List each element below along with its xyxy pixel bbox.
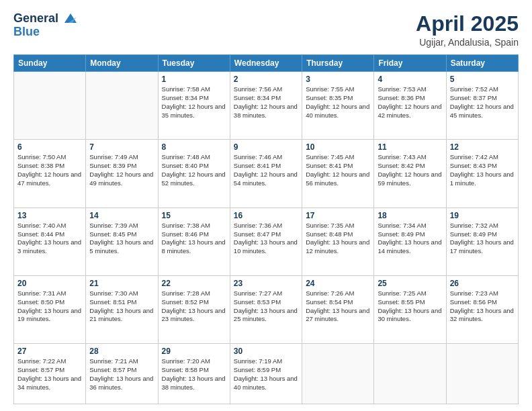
day-info: Sunrise: 7:53 AMSunset: 8:36 PMDaylight:… <box>378 85 442 120</box>
calendar: SundayMondayTuesdayWednesdayThursdayFrid… <box>13 54 519 404</box>
day-info: Sunrise: 7:42 AMSunset: 8:43 PMDaylight:… <box>450 153 515 187</box>
calendar-cell: 16Sunrise: 7:36 AMSunset: 8:47 PMDayligh… <box>230 208 302 275</box>
calendar-cell <box>14 72 86 140</box>
day-number: 28 <box>89 347 154 356</box>
calendar-cell: 3Sunrise: 7:55 AMSunset: 8:35 PMDaylight… <box>302 72 374 140</box>
day-number: 21 <box>89 279 154 288</box>
day-info: Sunrise: 7:43 AMSunset: 8:42 PMDaylight:… <box>378 153 442 187</box>
day-number: 23 <box>234 279 298 288</box>
week-row: 13Sunrise: 7:40 AMSunset: 8:44 PMDayligh… <box>14 208 519 275</box>
calendar-cell: 9Sunrise: 7:46 AMSunset: 8:41 PMDaylight… <box>230 140 302 208</box>
day-number: 5 <box>450 75 515 84</box>
day-number: 20 <box>17 279 82 288</box>
day-info: Sunrise: 7:19 AMSunset: 8:59 PMDaylight:… <box>234 357 298 392</box>
day-number: 30 <box>234 347 298 356</box>
day-number: 7 <box>89 142 154 152</box>
calendar-cell: 18Sunrise: 7:34 AMSunset: 8:49 PMDayligh… <box>374 208 446 275</box>
weekday-header: Saturday <box>446 55 518 72</box>
day-info: Sunrise: 7:50 AMSunset: 8:38 PMDaylight:… <box>17 153 82 187</box>
day-number: 22 <box>162 279 226 288</box>
day-number: 4 <box>378 75 442 84</box>
day-number: 19 <box>450 211 515 220</box>
day-info: Sunrise: 7:22 AMSunset: 8:57 PMDaylight:… <box>17 357 82 392</box>
day-number: 27 <box>17 347 82 356</box>
day-number: 12 <box>450 142 515 152</box>
day-info: Sunrise: 7:20 AMSunset: 8:58 PMDaylight:… <box>162 357 226 392</box>
main-title: April 2025 <box>416 12 519 36</box>
calendar-cell: 12Sunrise: 7:42 AMSunset: 8:43 PMDayligh… <box>446 140 518 208</box>
day-info: Sunrise: 7:40 AMSunset: 8:44 PMDaylight:… <box>17 222 82 256</box>
calendar-cell <box>446 344 518 404</box>
day-info: Sunrise: 7:35 AMSunset: 8:48 PMDaylight:… <box>306 222 370 256</box>
calendar-cell: 4Sunrise: 7:53 AMSunset: 8:36 PMDaylight… <box>374 72 446 140</box>
week-row: 27Sunrise: 7:22 AMSunset: 8:57 PMDayligh… <box>14 344 519 404</box>
calendar-cell <box>86 72 158 140</box>
calendar-cell: 5Sunrise: 7:52 AMSunset: 8:37 PMDaylight… <box>446 72 518 140</box>
logo: General Blue <box>13 12 78 39</box>
weekday-header: Monday <box>86 55 158 72</box>
calendar-cell: 10Sunrise: 7:45 AMSunset: 8:41 PMDayligh… <box>302 140 374 208</box>
day-number: 2 <box>234 75 298 84</box>
day-number: 24 <box>306 279 370 288</box>
day-info: Sunrise: 7:26 AMSunset: 8:54 PMDaylight:… <box>306 289 370 324</box>
day-info: Sunrise: 7:45 AMSunset: 8:41 PMDaylight:… <box>306 153 370 187</box>
day-number: 17 <box>306 211 370 220</box>
calendar-cell: 6Sunrise: 7:50 AMSunset: 8:38 PMDaylight… <box>14 140 86 208</box>
calendar-cell: 30Sunrise: 7:19 AMSunset: 8:59 PMDayligh… <box>230 344 302 404</box>
calendar-cell: 13Sunrise: 7:40 AMSunset: 8:44 PMDayligh… <box>14 208 86 275</box>
calendar-cell: 11Sunrise: 7:43 AMSunset: 8:42 PMDayligh… <box>374 140 446 208</box>
week-row: 20Sunrise: 7:31 AMSunset: 8:50 PMDayligh… <box>14 275 519 343</box>
day-info: Sunrise: 7:31 AMSunset: 8:50 PMDaylight:… <box>17 289 82 324</box>
week-row: 1Sunrise: 7:58 AMSunset: 8:34 PMDaylight… <box>14 72 519 140</box>
title-block: April 2025 Ugijar, Andalusia, Spain <box>416 12 519 48</box>
day-info: Sunrise: 7:49 AMSunset: 8:39 PMDaylight:… <box>89 153 154 187</box>
calendar-cell: 27Sunrise: 7:22 AMSunset: 8:57 PMDayligh… <box>14 344 86 404</box>
logo-blue: Blue <box>13 26 78 39</box>
calendar-cell: 24Sunrise: 7:26 AMSunset: 8:54 PMDayligh… <box>302 275 374 343</box>
day-number: 3 <box>306 75 370 84</box>
calendar-cell: 25Sunrise: 7:25 AMSunset: 8:55 PMDayligh… <box>374 275 446 343</box>
calendar-cell: 23Sunrise: 7:27 AMSunset: 8:53 PMDayligh… <box>230 275 302 343</box>
day-info: Sunrise: 7:48 AMSunset: 8:40 PMDaylight:… <box>162 153 226 187</box>
calendar-cell: 2Sunrise: 7:56 AMSunset: 8:34 PMDaylight… <box>230 72 302 140</box>
day-info: Sunrise: 7:58 AMSunset: 8:34 PMDaylight:… <box>162 85 226 120</box>
weekday-header-row: SundayMondayTuesdayWednesdayThursdayFrid… <box>14 55 519 72</box>
calendar-cell: 22Sunrise: 7:28 AMSunset: 8:52 PMDayligh… <box>158 275 230 343</box>
calendar-cell <box>302 344 374 404</box>
page: General Blue April 2025 Ugijar, Andalusi… <box>0 0 532 411</box>
calendar-cell: 17Sunrise: 7:35 AMSunset: 8:48 PMDayligh… <box>302 208 374 275</box>
day-info: Sunrise: 7:56 AMSunset: 8:34 PMDaylight:… <box>234 85 298 120</box>
subtitle: Ugijar, Andalusia, Spain <box>416 37 519 48</box>
calendar-cell: 28Sunrise: 7:21 AMSunset: 8:57 PMDayligh… <box>86 344 158 404</box>
day-number: 18 <box>378 211 442 220</box>
day-number: 29 <box>162 347 226 356</box>
weekday-header: Sunday <box>14 55 86 72</box>
day-info: Sunrise: 7:30 AMSunset: 8:51 PMDaylight:… <box>89 289 154 324</box>
calendar-cell: 7Sunrise: 7:49 AMSunset: 8:39 PMDaylight… <box>86 140 158 208</box>
calendar-cell: 26Sunrise: 7:23 AMSunset: 8:56 PMDayligh… <box>446 275 518 343</box>
day-info: Sunrise: 7:25 AMSunset: 8:55 PMDaylight:… <box>378 289 442 324</box>
day-info: Sunrise: 7:39 AMSunset: 8:45 PMDaylight:… <box>89 222 154 256</box>
calendar-cell <box>374 344 446 404</box>
day-info: Sunrise: 7:34 AMSunset: 8:49 PMDaylight:… <box>378 222 442 256</box>
calendar-cell: 1Sunrise: 7:58 AMSunset: 8:34 PMDaylight… <box>158 72 230 140</box>
calendar-cell: 8Sunrise: 7:48 AMSunset: 8:40 PMDaylight… <box>158 140 230 208</box>
day-number: 8 <box>162 142 226 152</box>
day-number: 25 <box>378 279 442 288</box>
day-info: Sunrise: 7:55 AMSunset: 8:35 PMDaylight:… <box>306 85 370 120</box>
weekday-header: Tuesday <box>158 55 230 72</box>
logo-icon <box>63 11 78 26</box>
day-info: Sunrise: 7:52 AMSunset: 8:37 PMDaylight:… <box>450 85 515 120</box>
day-number: 15 <box>162 211 226 220</box>
day-info: Sunrise: 7:21 AMSunset: 8:57 PMDaylight:… <box>89 357 154 392</box>
day-info: Sunrise: 7:27 AMSunset: 8:53 PMDaylight:… <box>234 289 298 324</box>
calendar-cell: 21Sunrise: 7:30 AMSunset: 8:51 PMDayligh… <box>86 275 158 343</box>
weekday-header: Thursday <box>302 55 374 72</box>
day-info: Sunrise: 7:28 AMSunset: 8:52 PMDaylight:… <box>162 289 226 324</box>
day-number: 11 <box>378 142 442 152</box>
day-number: 26 <box>450 279 515 288</box>
day-number: 16 <box>234 211 298 220</box>
calendar-cell: 15Sunrise: 7:38 AMSunset: 8:46 PMDayligh… <box>158 208 230 275</box>
day-info: Sunrise: 7:46 AMSunset: 8:41 PMDaylight:… <box>234 153 298 187</box>
day-info: Sunrise: 7:23 AMSunset: 8:56 PMDaylight:… <box>450 289 515 324</box>
